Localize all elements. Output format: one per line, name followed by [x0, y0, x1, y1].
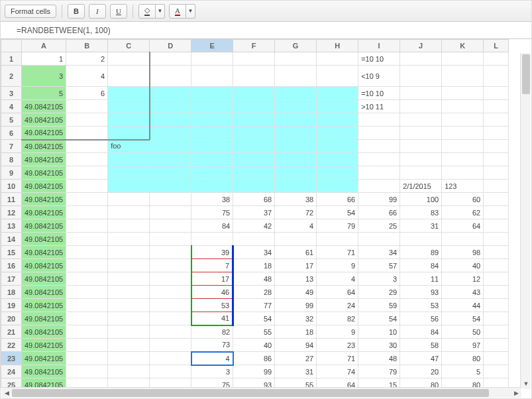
- cell-G22[interactable]: 94: [275, 339, 317, 352]
- cell-I4[interactable]: >10 11: [358, 100, 400, 113]
- cell-D2[interactable]: [150, 66, 191, 87]
- cell-E5[interactable]: [191, 113, 233, 127]
- cell-G4[interactable]: [275, 100, 317, 113]
- cell-H12[interactable]: 54: [317, 206, 358, 219]
- cell-I19[interactable]: 59: [358, 299, 400, 312]
- cell-F8[interactable]: [233, 153, 275, 166]
- cell-I12[interactable]: 66: [358, 206, 400, 219]
- cell-J12[interactable]: 83: [400, 206, 442, 219]
- cell-F16[interactable]: 18: [233, 259, 275, 272]
- cell-L10[interactable]: [484, 180, 509, 193]
- cell-E9[interactable]: [191, 166, 233, 180]
- cell-I5[interactable]: [358, 113, 400, 127]
- cell-I11[interactable]: 99: [358, 193, 400, 206]
- cell-B17[interactable]: [66, 272, 108, 286]
- cell-E21[interactable]: 82: [191, 325, 233, 339]
- cell-I17[interactable]: 3: [358, 272, 400, 286]
- row-header-21[interactable]: 21: [1, 325, 22, 339]
- cell-F25[interactable]: 93: [233, 378, 275, 388]
- cell-I13[interactable]: 25: [358, 219, 400, 233]
- cell-G1[interactable]: [275, 52, 317, 66]
- cell-E17[interactable]: 17: [191, 272, 233, 286]
- cell-D21[interactable]: [150, 325, 191, 339]
- cell-H20[interactable]: 82: [317, 312, 358, 325]
- cell-G3[interactable]: [275, 87, 317, 100]
- cell-L23[interactable]: [484, 352, 509, 365]
- cell-J20[interactable]: 56: [400, 312, 442, 325]
- cell-A1[interactable]: 1: [22, 52, 66, 66]
- cell-H10[interactable]: [317, 180, 358, 193]
- cell-J21[interactable]: 84: [400, 325, 442, 339]
- cell-B12[interactable]: [66, 206, 108, 219]
- cell-K3[interactable]: [442, 87, 484, 100]
- cell-A25[interactable]: 49.0842105: [22, 378, 66, 388]
- cell-E22[interactable]: 73: [191, 339, 233, 352]
- cell-I7[interactable]: [358, 140, 400, 153]
- cell-D5[interactable]: [150, 113, 191, 127]
- formula-input[interactable]: [1, 22, 531, 38]
- row-header-18[interactable]: 18: [1, 286, 22, 299]
- cell-J24[interactable]: 20: [400, 365, 442, 378]
- cell-F17[interactable]: 48: [233, 272, 275, 286]
- cell-A18[interactable]: 49.0842105: [22, 286, 66, 299]
- cell-B1[interactable]: 2: [66, 52, 108, 66]
- col-header-D[interactable]: D: [150, 40, 191, 52]
- cell-J18[interactable]: 93: [400, 286, 442, 299]
- horizontal-scrollbar[interactable]: ◀ ▶: [1, 387, 521, 398]
- cell-G18[interactable]: 49: [275, 286, 317, 299]
- cell-H24[interactable]: 74: [317, 365, 358, 378]
- cell-K7[interactable]: [442, 140, 484, 153]
- col-header-I[interactable]: I: [358, 40, 400, 52]
- cell-F19[interactable]: 77: [233, 299, 275, 312]
- row-header-14[interactable]: 14: [1, 233, 22, 246]
- cell-A9[interactable]: 49.0842105: [22, 166, 66, 180]
- cell-K17[interactable]: 12: [442, 272, 484, 286]
- cell-H13[interactable]: 79: [317, 219, 358, 233]
- cell-H19[interactable]: 24: [317, 299, 358, 312]
- row-header-9[interactable]: 9: [1, 166, 22, 180]
- cell-E16[interactable]: 7: [191, 259, 233, 272]
- row-header-25[interactable]: 25: [1, 378, 22, 388]
- cell-C5[interactable]: [108, 113, 150, 127]
- cell-H25[interactable]: 64: [317, 378, 358, 388]
- cell-E12[interactable]: 75: [191, 206, 233, 219]
- cell-A12[interactable]: 49.0842105: [22, 206, 66, 219]
- cell-A3[interactable]: 5: [22, 87, 66, 100]
- cell-B18[interactable]: [66, 286, 108, 299]
- cell-G7[interactable]: [275, 140, 317, 153]
- cell-B5[interactable]: [66, 113, 108, 127]
- cell-C23[interactable]: [108, 352, 150, 365]
- cell-L25[interactable]: [484, 378, 509, 388]
- cell-D15[interactable]: [150, 246, 191, 259]
- col-header-F[interactable]: F: [233, 40, 275, 52]
- row-header-16[interactable]: 16: [1, 259, 22, 272]
- cell-L19[interactable]: [484, 299, 509, 312]
- row-header-20[interactable]: 20: [1, 312, 22, 325]
- col-header-E[interactable]: E: [191, 40, 233, 52]
- cell-F24[interactable]: 99: [233, 365, 275, 378]
- cell-D6[interactable]: [150, 127, 191, 140]
- cell-L14[interactable]: [484, 233, 509, 246]
- cell-K16[interactable]: 40: [442, 259, 484, 272]
- cell-K6[interactable]: [442, 127, 484, 140]
- cell-K23[interactable]: 80: [442, 352, 484, 365]
- row-header-6[interactable]: 6: [1, 127, 22, 140]
- cell-J6[interactable]: [400, 127, 442, 140]
- spreadsheet-grid[interactable]: ABCDEFGHIJKL112=10 10234<10 9356=10 1044…: [1, 39, 531, 388]
- cell-J5[interactable]: [400, 113, 442, 127]
- cell-L3[interactable]: [484, 87, 509, 100]
- cell-G20[interactable]: 32: [275, 312, 317, 325]
- cell-L24[interactable]: [484, 365, 509, 378]
- cell-B8[interactable]: [66, 153, 108, 166]
- cell-B2[interactable]: 4: [66, 66, 108, 87]
- cell-K18[interactable]: 43: [442, 286, 484, 299]
- cell-E20[interactable]: 41: [191, 312, 233, 325]
- cell-G10[interactable]: [275, 180, 317, 193]
- row-header-10[interactable]: 10: [1, 180, 22, 193]
- cell-A7[interactable]: 49.0842105: [22, 140, 66, 153]
- cell-C18[interactable]: [108, 286, 150, 299]
- row-header-4[interactable]: 4: [1, 100, 22, 113]
- cell-D23[interactable]: [150, 352, 191, 365]
- cell-L18[interactable]: [484, 286, 509, 299]
- cell-K4[interactable]: [442, 100, 484, 113]
